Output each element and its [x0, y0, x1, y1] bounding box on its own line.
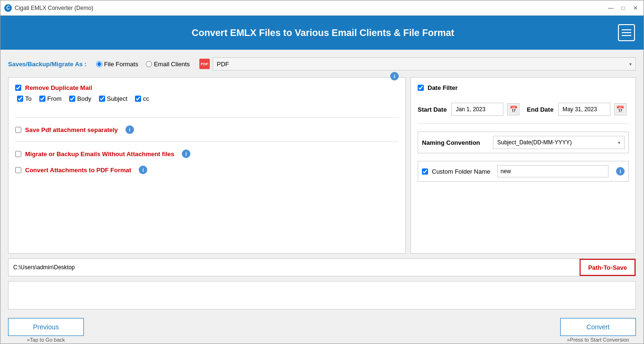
format-dropdown-arrow: ▾ — [629, 62, 632, 67]
pdf-icon: PDF — [199, 59, 210, 69]
convert-button[interactable]: Convert — [560, 318, 636, 336]
content-area: Saves/Backup/Migrate As : File Formats E… — [0, 50, 644, 315]
right-divider-1 — [418, 123, 629, 124]
start-date-label: Start Date — [418, 106, 447, 113]
header-title: Convert EMLX Files to Various Email Clie… — [28, 27, 618, 38]
convert-attach-label: Convert Attachments to PDF Format — [25, 167, 131, 174]
end-date-calendar-btn[interactable]: 📅 — [614, 103, 626, 115]
remove-duplicate-checkbox[interactable] — [15, 85, 21, 91]
custom-folder-row: Custom Folder Name i — [418, 161, 629, 182]
duplicate-sub-checkboxes: To From Body Subject — [15, 95, 399, 102]
subject-label: Subject — [107, 95, 127, 102]
radio-group: File Formats Email Clients — [96, 61, 190, 68]
end-date-input[interactable] — [558, 103, 610, 116]
to-label: To — [25, 95, 32, 102]
migrate-row: Migrate or Backup Emails Without Attachm… — [15, 150, 399, 158]
to-checkbox[interactable] — [17, 96, 23, 102]
close-button[interactable]: ✕ — [631, 4, 640, 12]
menu-line-3 — [622, 35, 631, 36]
info-icon-save-pdf[interactable]: i — [125, 125, 134, 134]
file-formats-label: File Formats — [104, 61, 138, 68]
title-bar-controls: — □ ✕ — [607, 4, 640, 12]
app-container: Convert EMLX Files to Various Email Clie… — [0, 16, 644, 344]
email-clients-radio-input[interactable] — [146, 61, 152, 67]
header-menu-button[interactable] — [618, 24, 635, 41]
start-date-group: 📅 — [451, 103, 522, 116]
date-filter-label: Date Filter — [428, 84, 458, 91]
naming-convention-row: Naming Convention Subject_Date(DD-MM-YYY… — [418, 132, 629, 153]
panels-row: Remove Duplicate Mail To From — [8, 77, 636, 254]
from-label: From — [47, 95, 62, 102]
divider-1 — [15, 117, 399, 118]
convert-hint: »Press to Start Conversion — [567, 337, 629, 343]
title-bar-left: C Cigati EMLX Converter (Demo) — [4, 4, 93, 12]
info-icon-convert-attach[interactable]: i — [139, 166, 147, 174]
remove-duplicate-row: Remove Duplicate Mail — [15, 84, 399, 91]
from-checkbox-label[interactable]: From — [39, 95, 62, 102]
body-label: Body — [77, 95, 91, 102]
format-dropdown-container: PDF PDF ▾ — [199, 57, 636, 71]
date-filter-row: Date Filter — [418, 84, 629, 91]
migrate-checkbox[interactable] — [15, 151, 21, 157]
title-bar-text: Cigati EMLX Converter (Demo) — [15, 5, 93, 11]
previous-hint: »Tap to Go back — [27, 337, 65, 343]
naming-convention-dropdown[interactable]: Subject_Date(DD-MM-YYYY) ▾ — [493, 136, 625, 149]
save-pdf-row: Save Pdf attachment separately i — [15, 125, 399, 134]
migrate-label: Migrate or Backup Emails Without Attachm… — [25, 150, 174, 158]
save-migrate-label: Saves/Backup/Migrate As : — [8, 61, 87, 68]
end-date-label: End Date — [527, 106, 554, 113]
title-bar: C Cigati EMLX Converter (Demo) — □ ✕ — [0, 0, 644, 16]
bottom-left: Previous »Tap to Go back — [8, 318, 84, 343]
path-input[interactable] — [9, 259, 580, 276]
cc-label: cc — [143, 95, 149, 102]
start-date-input[interactable] — [451, 103, 503, 116]
info-icon-migrate[interactable]: i — [182, 150, 190, 158]
custom-folder-checkbox[interactable] — [422, 168, 428, 175]
remove-duplicate-label: Remove Duplicate Mail — [25, 84, 92, 91]
menu-line-1 — [622, 29, 631, 30]
save-pdf-label: Save Pdf attachment separately — [25, 126, 118, 133]
path-save-row: Path-To-Save — [8, 258, 636, 276]
email-clients-label: Email Clients — [154, 61, 190, 68]
save-migrate-row: Saves/Backup/Migrate As : File Formats E… — [8, 55, 636, 72]
format-dropdown-value: PDF — [217, 61, 229, 68]
end-date-group: 📅 — [558, 103, 629, 116]
convert-attach-checkbox[interactable] — [15, 167, 21, 173]
naming-dropdown-arrow: ▾ — [618, 140, 620, 145]
path-to-save-button[interactable]: Path-To-Save — [580, 259, 635, 276]
naming-convention-value: Subject_Date(DD-MM-YYYY) — [497, 139, 572, 146]
log-area — [8, 281, 636, 309]
convert-attach-row: Convert Attachments to PDF Format i — [15, 166, 399, 174]
from-checkbox[interactable] — [39, 96, 45, 102]
custom-folder-input[interactable] — [497, 165, 608, 177]
format-dropdown[interactable]: PDF ▾ — [213, 57, 636, 71]
cc-checkbox-label[interactable]: cc — [135, 95, 149, 102]
body-checkbox[interactable] — [69, 96, 75, 102]
to-checkbox-label[interactable]: To — [17, 95, 32, 102]
date-inputs-row: Start Date 📅 End Date 📅 — [418, 103, 629, 116]
left-panel: Remove Duplicate Mail To From — [8, 77, 406, 254]
remove-duplicate-section: Remove Duplicate Mail To From — [15, 84, 399, 102]
info-icon-duplicate[interactable]: i — [390, 72, 399, 80]
file-formats-radio-input[interactable] — [96, 61, 102, 67]
email-clients-radio[interactable]: Email Clients — [146, 61, 190, 68]
date-filter-checkbox[interactable] — [418, 85, 424, 91]
file-formats-radio[interactable]: File Formats — [96, 61, 138, 68]
right-panel: Date Filter Start Date 📅 End Date 📅 — [411, 77, 636, 254]
start-date-calendar-btn[interactable]: 📅 — [507, 103, 519, 115]
menu-line-2 — [622, 32, 631, 33]
cc-checkbox[interactable] — [135, 96, 141, 102]
info-icon-custom-folder[interactable]: i — [616, 167, 625, 176]
previous-button[interactable]: Previous — [8, 318, 84, 336]
save-pdf-checkbox[interactable] — [15, 127, 21, 133]
subject-checkbox-label[interactable]: Subject — [99, 95, 127, 102]
bottom-right: Convert »Press to Start Conversion — [560, 318, 636, 343]
divider-2 — [15, 141, 399, 142]
custom-folder-label: Custom Folder Name — [432, 168, 493, 175]
body-checkbox-label[interactable]: Body — [69, 95, 91, 102]
minimize-button[interactable]: — — [607, 4, 615, 12]
naming-convention-label: Naming Convention — [422, 139, 488, 146]
header-banner: Convert EMLX Files to Various Email Clie… — [0, 16, 644, 50]
maximize-button[interactable]: □ — [619, 4, 627, 12]
subject-checkbox[interactable] — [99, 96, 105, 102]
